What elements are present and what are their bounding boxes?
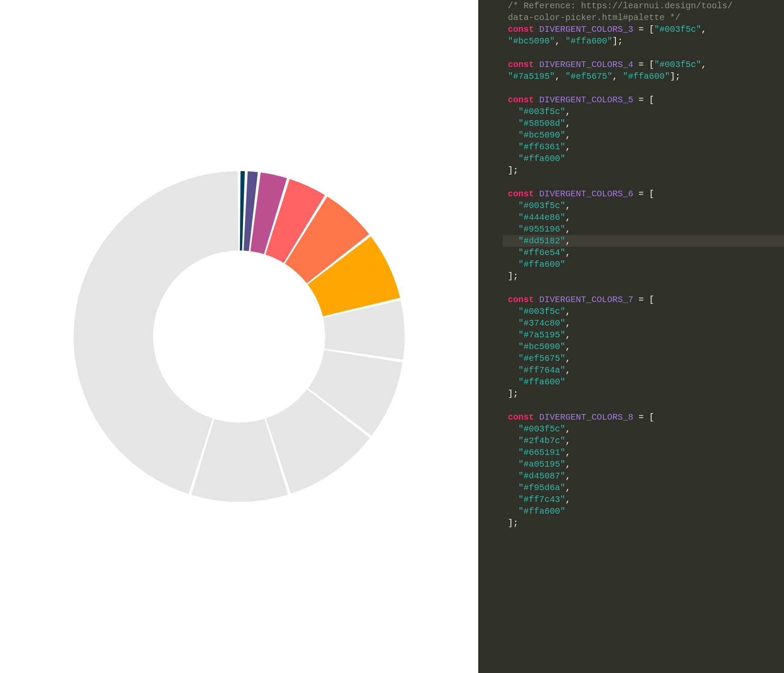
code-line[interactable]: 30 "#ffa600": [478, 376, 784, 388]
code-line[interactable]: 27 "#bc5090",: [478, 341, 784, 353]
code-line[interactable]: 35 "#2f4b7c",: [478, 435, 784, 447]
code-content[interactable]: "#58508d",: [503, 118, 571, 129]
token-punct: [508, 201, 518, 211]
code-line[interactable]: 7 "#003f5c",: [478, 106, 784, 118]
code-line[interactable]: 6const DIVERGENT_COLORS_5 = [: [478, 94, 784, 106]
code-line[interactable]: 24 "#003f5c",: [478, 306, 784, 317]
code-line[interactable]: 17 "#955196",: [478, 223, 784, 235]
code-content[interactable]: "#ffa600": [503, 153, 565, 165]
code-content[interactable]: "#ffa600": [503, 259, 565, 270]
code-content[interactable]: data-color-picker.html#palette */: [503, 12, 680, 24]
code-content[interactable]: ];: [503, 165, 518, 176]
code-content[interactable]: "#dd5182",: [503, 235, 571, 247]
code-line[interactable]: 3: [478, 47, 784, 59]
code-line[interactable]: 2const DIVERGENT_COLORS_3 = ["#003f5c",: [478, 24, 784, 35]
code-content[interactable]: "#665191",: [503, 447, 571, 458]
code-line[interactable]: 19 "#ff6e54",: [478, 247, 784, 259]
code-line[interactable]: 18 "#dd5182",: [478, 235, 784, 247]
code-content[interactable]: "#ff6361",: [503, 141, 571, 153]
code-content[interactable]: ];: [503, 270, 518, 282]
code-content[interactable]: "#ff7c43",: [503, 494, 571, 505]
code-editor-pane[interactable]: 1/* Reference: https://learnui.design/to…: [478, 0, 784, 673]
code-line[interactable]: data-color-picker.html#palette */: [478, 12, 784, 24]
code-content[interactable]: "#7a5195",: [503, 329, 571, 341]
code-line[interactable]: 40 "#ff7c43",: [478, 494, 784, 505]
code-content[interactable]: "#bc5090",: [503, 129, 571, 141]
code-line[interactable]: 37 "#a05195",: [478, 458, 784, 470]
code-content[interactable]: [503, 47, 508, 59]
code-content[interactable]: "#444e86",: [503, 212, 571, 223]
code-line[interactable]: 23const DIVERGENT_COLORS_7 = [: [478, 294, 784, 306]
code-line[interactable]: "#bc5090", "#ffa600"];: [478, 35, 784, 47]
code-content[interactable]: "#d45087",: [503, 470, 571, 482]
editor-body[interactable]: 1/* Reference: https://learnui.design/to…: [478, 0, 784, 529]
token-keyword: const: [508, 95, 539, 105]
code-content[interactable]: "#ff764a",: [503, 364, 571, 376]
code-line[interactable]: 32: [478, 400, 784, 411]
code-line[interactable]: 20 "#ffa600": [478, 259, 784, 270]
token-string: "#ff764a": [518, 365, 565, 375]
code-content[interactable]: "#7a5195", "#ef5675", "#ffa600"];: [503, 71, 680, 82]
code-content[interactable]: "#ff6e54",: [503, 247, 571, 259]
token-punct: [508, 107, 518, 117]
code-line[interactable]: 25 "#374c80",: [478, 317, 784, 329]
code-content[interactable]: "#bc5090", "#ffa600"];: [503, 35, 623, 47]
code-line[interactable]: 26 "#7a5195",: [478, 329, 784, 341]
code-line[interactable]: 14const DIVERGENT_COLORS_6 = [: [478, 188, 784, 200]
code-line[interactable]: 1/* Reference: https://learnui.design/to…: [478, 0, 784, 12]
code-content[interactable]: "#003f5c",: [503, 106, 571, 118]
code-content[interactable]: "#ef5675",: [503, 353, 571, 364]
code-content[interactable]: "#f95d6a",: [503, 482, 571, 494]
code-line[interactable]: 9 "#bc5090",: [478, 129, 784, 141]
code-line[interactable]: 10 "#ff6361",: [478, 141, 784, 153]
code-content[interactable]: ];: [503, 517, 518, 529]
code-content[interactable]: "#bc5090",: [503, 341, 571, 353]
code-line[interactable]: 11 "#ffa600": [478, 153, 784, 165]
token-string: "#ffa600": [518, 377, 565, 387]
code-content[interactable]: "#003f5c",: [503, 200, 571, 212]
code-line[interactable]: 22: [478, 282, 784, 294]
code-line[interactable]: 34 "#003f5c",: [478, 423, 784, 435]
code-line[interactable]: 5: [478, 82, 784, 94]
code-line[interactable]: 8 "#58508d",: [478, 118, 784, 129]
code-content[interactable]: "#2f4b7c",: [503, 435, 571, 447]
code-content[interactable]: "#ffa600": [503, 376, 565, 388]
code-content[interactable]: "#ffa600": [503, 505, 565, 517]
chart-preview-pane: [0, 0, 478, 673]
code-line[interactable]: "#7a5195", "#ef5675", "#ffa600"];: [478, 71, 784, 82]
code-content[interactable]: [503, 400, 508, 411]
code-line[interactable]: 15 "#003f5c",: [478, 200, 784, 212]
token-punct: ,: [565, 353, 571, 363]
code-content[interactable]: [503, 176, 508, 188]
code-content[interactable]: [503, 82, 508, 94]
code-line[interactable]: 13: [478, 176, 784, 188]
code-line[interactable]: 29 "#ff764a",: [478, 364, 784, 376]
code-content[interactable]: const DIVERGENT_COLORS_3 = ["#003f5c",: [503, 24, 712, 35]
code-content[interactable]: const DIVERGENT_COLORS_6 = [: [503, 188, 654, 200]
code-line[interactable]: 28 "#ef5675",: [478, 353, 784, 364]
code-line[interactable]: 4const DIVERGENT_COLORS_4 = ["#003f5c",: [478, 59, 784, 71]
code-line[interactable]: 36 "#665191",: [478, 447, 784, 458]
code-content[interactable]: /* Reference: https://learnui.design/too…: [503, 0, 733, 12]
code-line[interactable]: 41 "#ffa600": [478, 505, 784, 517]
code-line[interactable]: 12];: [478, 165, 784, 176]
code-content[interactable]: "#003f5c",: [503, 306, 571, 317]
token-string: "#ff7c43": [518, 495, 565, 505]
code-line[interactable]: 21];: [478, 270, 784, 282]
code-line[interactable]: 31];: [478, 388, 784, 400]
code-line[interactable]: 39 "#f95d6a",: [478, 482, 784, 494]
code-content[interactable]: ];: [503, 388, 518, 400]
code-content[interactable]: "#a05195",: [503, 458, 571, 470]
code-line[interactable]: 38 "#d45087",: [478, 470, 784, 482]
code-content[interactable]: const DIVERGENT_COLORS_5 = [: [503, 94, 654, 106]
code-line[interactable]: 16 "#444e86",: [478, 212, 784, 223]
code-content[interactable]: "#955196",: [503, 223, 571, 235]
code-content[interactable]: "#003f5c",: [503, 423, 571, 435]
code-content[interactable]: "#374c80",: [503, 317, 571, 329]
code-content[interactable]: const DIVERGENT_COLORS_8 = [: [503, 411, 654, 423]
code-content[interactable]: const DIVERGENT_COLORS_4 = ["#003f5c",: [503, 59, 712, 71]
code-content[interactable]: [503, 282, 508, 294]
code-line[interactable]: 42];: [478, 517, 784, 529]
code-line[interactable]: 33const DIVERGENT_COLORS_8 = [: [478, 411, 784, 423]
code-content[interactable]: const DIVERGENT_COLORS_7 = [: [503, 294, 654, 306]
